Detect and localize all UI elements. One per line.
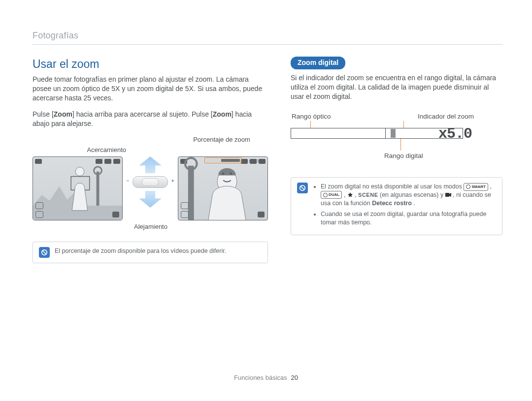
zoom-digital-heading: Zoom digital [291,57,345,69]
zoom-rocker: − + [133,176,168,188]
svg-line-10 [43,251,46,254]
para-intro: Puede tomar fotografías en primer plano … [33,75,268,103]
svg-rect-13 [445,193,449,197]
alejamiento-label: Alejamiento [126,222,175,231]
acercamiento-label: Acercamiento [33,146,128,154]
playback-icon [258,212,265,217]
zoom-key-2: Zoom [213,110,232,118]
footer-section: Funciones básicas [234,374,287,381]
wide-scene-illustration [33,157,122,220]
info-note-left: El porcentaje de zoom disponible para lo… [33,242,268,263]
note-item-1: El zoom digital no está disponible al us… [321,183,496,208]
svg-point-8 [230,172,232,174]
tele-scene-illustration [178,157,267,220]
info-note-text: El porcentaje de zoom disponible para lo… [55,247,226,258]
svg-rect-2 [97,172,100,206]
label-indicador-zoom: Indicador del zoom [418,112,474,121]
page-number: 20 [291,374,298,381]
note-item-2: Cuando se usa el zoom digital, guardar u… [321,210,496,227]
smart-mode-chip: SMART [464,183,488,191]
text: Pulse [ [33,110,54,118]
osd-icon [181,202,189,209]
photo-example-wide [33,156,123,220]
page-header: Fotografías [33,30,502,45]
page-footer: Funciones básicas 20 [0,373,532,382]
zoom-key-1: Zoom [54,110,72,118]
label-rango-digital: Rango digital [384,152,423,160]
text: . [413,200,415,207]
info-icon [297,183,308,193]
scene-mode-label: SCENE [358,192,378,198]
rocker-plus: + [171,177,174,185]
osd-icon [35,202,43,209]
para-zoom-digital: Si el indicador del zoom se encuentra en… [291,73,502,101]
playback-icon [112,212,119,217]
movie-mode-icon [445,192,451,197]
osd-icon [181,211,189,218]
svg-line-12 [301,186,304,189]
svg-point-7 [222,172,224,174]
night-mode-icon [347,192,353,197]
detecc-rostro-label: Detecc rostro [372,200,412,207]
label-rango-optico: Rango óptico [292,112,331,121]
info-icon [39,247,50,258]
section-title-usar-zoom: Usar el zoom [33,57,268,72]
text: , [344,191,347,198]
photo-example-tele: x 5.0 [178,156,268,220]
text: El zoom digital no está disponible al us… [321,183,464,190]
zoom-figure: Porcentaje de zoom Acercamiento [33,135,268,231]
text: (en algunas escenas) y [380,191,445,198]
osd-icon [35,211,43,218]
arrow-up-icon [139,156,162,173]
dual-mode-chip: DUAL [321,191,342,199]
svg-rect-5 [188,166,194,220]
info-note-right: El zoom digital no está disponible al us… [291,177,502,235]
zoom-range-figure: Rango óptico Indicador del zoom Rango di… [291,112,502,166]
zoom-value: x5.0 [438,124,472,144]
text: , [490,183,491,190]
arrow-down-icon [139,191,162,208]
zoom-percentage-label: Porcentaje de zoom [175,135,268,144]
rocker-minus: − [126,177,129,185]
svg-point-4 [75,167,84,176]
para-zoom-instructions: Pulse [Zoom] hacia arriba para acercarse… [33,110,268,128]
text: ] hacia arriba para acercarse al sujeto.… [72,110,213,118]
